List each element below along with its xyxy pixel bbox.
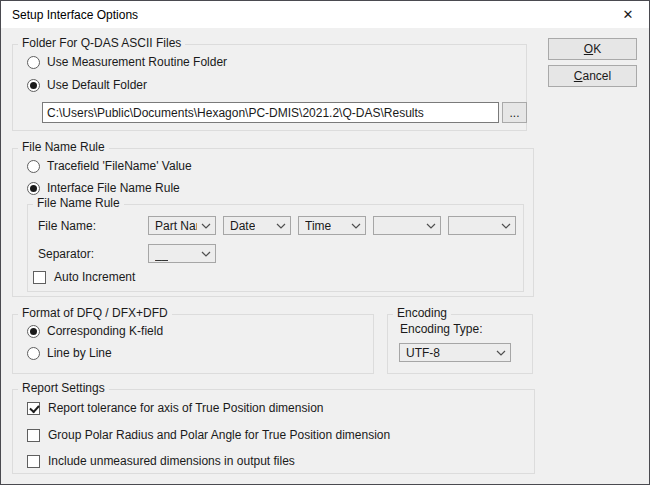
format-group-title: Format of DFQ / DFX+DFD xyxy=(18,306,172,320)
folder-group: Folder For Q-DAS ASCII Files Use Measure… xyxy=(12,44,527,131)
checkbox-icon xyxy=(27,455,40,468)
browse-button-label: ... xyxy=(509,106,519,120)
checkbox-label: Report tolerance for axis of True Positi… xyxy=(48,401,323,415)
radio-label: Interface File Name Rule xyxy=(47,181,180,195)
chevron-down-icon xyxy=(422,223,436,229)
checkbox-icon xyxy=(27,429,40,442)
radio-use-measurement-routine-folder[interactable]: Use Measurement Routine Folder xyxy=(27,55,227,69)
file-name-rule-group-title: File Name Rule xyxy=(18,140,109,154)
chevron-down-icon xyxy=(497,223,511,229)
file-name-part-dropdown-3[interactable]: Time xyxy=(298,216,366,235)
checkbox-icon xyxy=(27,402,40,415)
radio-icon xyxy=(27,182,40,195)
cancel-button-label: Cancel xyxy=(574,69,611,83)
radio-icon xyxy=(27,79,40,92)
radio-icon xyxy=(27,347,40,360)
file-name-part-dropdown-1[interactable]: Part Name xyxy=(148,216,216,235)
dropdown-value: Date xyxy=(230,219,255,233)
chevron-down-icon xyxy=(347,223,361,229)
checkbox-label: Group Polar Radius and Polar Angle for T… xyxy=(48,428,390,442)
radio-icon xyxy=(27,56,40,69)
dropdown-value: UTF-8 xyxy=(406,346,440,360)
file-name-part-dropdown-4[interactable] xyxy=(373,216,441,235)
encoding-type-dropdown[interactable]: UTF-8 xyxy=(399,343,511,362)
radio-tracefield-filename-value[interactable]: Tracefield 'FileName' Value xyxy=(27,159,192,173)
dropdown-value: Time xyxy=(305,219,331,233)
ok-button-label: OK xyxy=(584,42,601,56)
chevron-down-icon xyxy=(272,223,286,229)
file-name-rule-group: File Name Rule Tracefield 'FileName' Val… xyxy=(12,148,534,297)
setup-interface-options-dialog: Setup Interface Options ✕ OK Cancel Fold… xyxy=(0,0,650,485)
file-name-part-dropdown-5[interactable] xyxy=(448,216,516,235)
chevron-down-icon xyxy=(197,251,211,257)
checkbox-label: Include unmeasured dimensions in output … xyxy=(48,454,295,468)
radio-use-default-folder[interactable]: Use Default Folder xyxy=(27,78,147,92)
auto-increment-checkbox[interactable]: Auto Increment xyxy=(33,270,135,284)
encoding-group: Encoding Encoding Type: UTF-8 xyxy=(387,314,533,374)
checkbox-icon xyxy=(33,271,46,284)
dropdown-value: __ xyxy=(155,247,168,261)
chevron-down-icon xyxy=(197,223,211,229)
report-settings-group: Report Settings Report tolerance for axi… xyxy=(12,389,535,474)
radio-label: Use Measurement Routine Folder xyxy=(47,55,227,69)
file-name-part-dropdown-2[interactable]: Date xyxy=(223,216,291,235)
checkbox-label: Auto Increment xyxy=(54,270,135,284)
radio-label: Use Default Folder xyxy=(47,78,147,92)
titlebar: Setup Interface Options ✕ xyxy=(1,1,649,28)
window-title: Setup Interface Options xyxy=(1,8,138,22)
separator-dropdown[interactable]: __ xyxy=(148,244,216,263)
radio-line-by-line[interactable]: Line by Line xyxy=(27,346,112,360)
report-tolerance-checkbox[interactable]: Report tolerance for axis of True Positi… xyxy=(27,401,323,415)
chevron-down-icon xyxy=(492,350,506,356)
radio-label: Corresponding K-field xyxy=(47,324,163,338)
cancel-button[interactable]: Cancel xyxy=(548,65,637,87)
folder-group-title: Folder For Q-DAS ASCII Files xyxy=(18,36,185,50)
browse-button[interactable]: ... xyxy=(502,102,527,123)
encoding-type-label: Encoding Type: xyxy=(400,322,483,336)
radio-interface-file-name-rule[interactable]: Interface File Name Rule xyxy=(27,181,180,195)
separator-label: Separator: xyxy=(38,247,94,261)
dropdown-value: Part Name xyxy=(155,219,197,233)
group-polar-checkbox[interactable]: Group Polar Radius and Polar Angle for T… xyxy=(27,428,390,442)
radio-label: Tracefield 'FileName' Value xyxy=(47,159,192,173)
default-folder-path-input[interactable]: C:\Users\Public\Documents\Hexagon\PC-DMI… xyxy=(42,102,499,123)
radio-icon xyxy=(27,325,40,338)
include-unmeasured-checkbox[interactable]: Include unmeasured dimensions in output … xyxy=(27,454,295,468)
default-folder-path-value: C:\Users\Public\Documents\Hexagon\PC-DMI… xyxy=(47,106,424,120)
radio-icon xyxy=(27,160,40,173)
format-group: Format of DFQ / DFX+DFD Corresponding K-… xyxy=(12,314,374,374)
radio-corresponding-k-field[interactable]: Corresponding K-field xyxy=(27,324,163,338)
report-settings-group-title: Report Settings xyxy=(18,381,109,395)
encoding-group-title: Encoding xyxy=(393,306,451,320)
ok-button[interactable]: OK xyxy=(548,38,637,60)
file-name-rule-inner-group-title: File Name Rule xyxy=(33,196,124,210)
file-name-label: File Name: xyxy=(38,219,96,233)
file-name-rule-inner-group: File Name Rule File Name: Part Name Date… xyxy=(27,204,524,292)
close-icon[interactable]: ✕ xyxy=(607,1,649,28)
radio-label: Line by Line xyxy=(47,346,112,360)
